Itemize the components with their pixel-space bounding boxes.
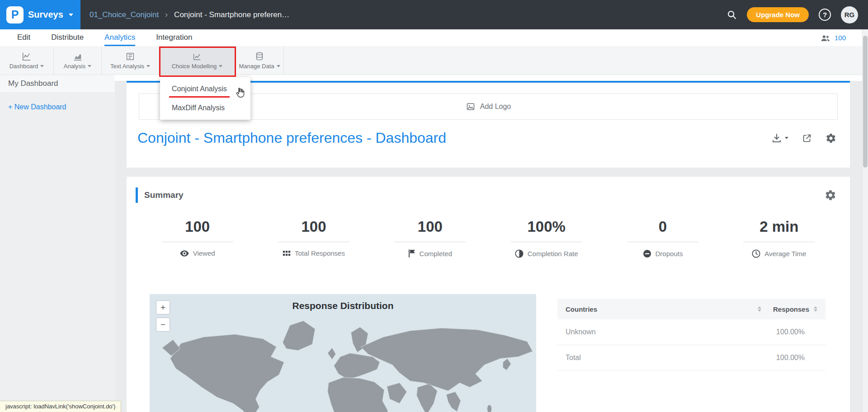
summary-stats: 100 Viewed 100 Total R: [127, 218, 850, 258]
map-title: Response Distribution: [150, 294, 536, 311]
respondent-count: 100: [835, 34, 846, 42]
stat-average-time: 2 min Average Time: [721, 218, 837, 258]
stat-label-text: Viewed: [193, 249, 215, 257]
divider: [162, 242, 233, 242]
nav-tab-analytics[interactable]: Analytics: [104, 29, 135, 46]
vertical-scrollbar[interactable]: [862, 29, 868, 412]
map-zoom-controls: + −: [156, 300, 170, 332]
stat-value: 100: [185, 218, 210, 235]
menu-item-label: MaxDiff Analysis: [172, 104, 225, 112]
toolbar-item-analysis[interactable]: Analysis: [54, 46, 102, 75]
chevron-down-icon: [785, 137, 788, 139]
breadcrumb-separator-icon: ›: [165, 10, 168, 19]
choice-modelling-icon: [192, 52, 203, 61]
stat-label-text: Total Responses: [295, 249, 345, 257]
section-nav: Edit Distribute Analytics Integration 10…: [0, 29, 862, 46]
database-icon: [254, 52, 265, 61]
nav-tab-integration[interactable]: Integration: [156, 29, 192, 46]
map-arabia: [387, 383, 407, 403]
column-header-responses[interactable]: Responses: [773, 305, 809, 313]
analysis-chart-icon: [72, 52, 83, 61]
app-screen: P Surveys 01_Choice_Conjoint › Conjoint …: [0, 0, 868, 412]
stat-completion-rate: 100% Completion Rate: [488, 218, 604, 258]
stat-label-text: Completed: [420, 250, 453, 258]
chevron-down-icon: [277, 65, 280, 67]
download-button[interactable]: [771, 133, 788, 144]
respondent-counter[interactable]: 100: [821, 29, 846, 46]
people-icon: [821, 34, 830, 42]
sidebar-item-my-dashboard[interactable]: My Dashboard: [0, 75, 115, 92]
sort-icon[interactable]: [758, 306, 761, 312]
topbar-actions: Upgrade Now ? RG: [726, 6, 868, 23]
responses-cell: 100.00%: [750, 328, 805, 336]
stat-value: 100: [301, 218, 326, 235]
divider: [743, 242, 815, 242]
nav-tab-edit[interactable]: Edit: [17, 29, 30, 46]
map-and-table-row: Response Distribution + −: [127, 294, 850, 412]
help-icon[interactable]: ?: [819, 9, 831, 21]
map-greenland: [283, 321, 315, 351]
gear-icon: [825, 189, 836, 201]
summary-settings-button[interactable]: [825, 189, 836, 201]
flag-icon: [408, 249, 415, 258]
toolbar-item-text-analysis[interactable]: Text Analysis: [102, 46, 159, 75]
toolbar-label: Analysis: [64, 63, 85, 70]
breadcrumb-parent-link[interactable]: 01_Choice_Conjoint: [90, 10, 159, 19]
stat-dropouts: 0 Dropouts: [604, 218, 721, 258]
stat-value: 0: [659, 218, 667, 235]
stat-total-responses: 100 Total Responses: [255, 218, 372, 258]
divider: [394, 242, 466, 242]
map-europe: [334, 353, 380, 379]
zoom-out-button[interactable]: −: [156, 318, 170, 332]
summary-card: Summary 100 Viewed 100: [127, 177, 850, 412]
zoom-in-button[interactable]: +: [156, 300, 170, 314]
map-north-america: [170, 334, 284, 412]
eye-icon: [180, 250, 189, 257]
column-header-countries[interactable]: Countries: [566, 305, 753, 313]
avatar[interactable]: RG: [841, 6, 858, 23]
chevron-down-icon: [69, 14, 73, 16]
title-row: Conjoint - Smartphone preferences - Dash…: [137, 130, 836, 146]
scrollbar-thumb[interactable]: [863, 36, 868, 168]
toolbar-label: Choice Modelling: [172, 63, 217, 70]
menu-item-label: Conjoint Analysis: [172, 85, 227, 93]
annotation-underline: [169, 96, 230, 98]
stat-viewed: 100 Viewed: [139, 218, 255, 258]
breadcrumb: 01_Choice_Conjoint › Conjoint - Smartpho…: [90, 10, 289, 19]
table-row: Total 100.00%: [557, 345, 826, 371]
stat-value: 100%: [527, 218, 565, 235]
toolbar-item-choice-modelling[interactable]: Choice Modelling: [159, 46, 236, 75]
stat-label-text: Completion Rate: [528, 250, 578, 258]
toolbar-label: Manage Data: [239, 63, 274, 70]
share-icon: [802, 133, 812, 143]
upgrade-now-button[interactable]: Upgrade Now: [747, 7, 809, 22]
stat-completed: 100 Completed: [372, 218, 488, 258]
search-icon[interactable]: [726, 9, 737, 20]
completion-icon: [515, 249, 524, 258]
chevron-down-icon: [88, 65, 91, 67]
divider: [511, 242, 582, 242]
toolbar-item-manage-data[interactable]: Manage Data: [236, 46, 284, 75]
response-distribution-panel: Response Distribution + −: [150, 294, 536, 412]
table-row: Unknown 100.00%: [557, 319, 826, 345]
choice-modelling-menu: Conjoint Analysis MaxDiff Analysis: [160, 77, 250, 120]
nav-tab-distribute[interactable]: Distribute: [51, 29, 84, 46]
settings-button[interactable]: [826, 133, 836, 144]
menu-item-maxdiff-analysis[interactable]: MaxDiff Analysis: [160, 98, 250, 117]
chevron-down-icon: [219, 65, 222, 67]
text-analysis-icon: [125, 52, 136, 61]
country-cell: Unknown: [566, 328, 750, 336]
world-map[interactable]: [150, 315, 536, 412]
map-uk: [328, 348, 336, 360]
add-logo-label: Add Logo: [480, 103, 511, 111]
new-dashboard-link[interactable]: + New Dashboard: [0, 103, 115, 111]
toolbar-item-dashboard[interactable]: Dashboard: [0, 46, 54, 75]
menu-item-conjoint-analysis[interactable]: Conjoint Analysis: [160, 80, 250, 98]
share-button[interactable]: [802, 133, 812, 143]
dashboard-sidebar: My Dashboard + New Dashboard: [0, 75, 115, 412]
map-africa: [328, 377, 388, 412]
divider: [278, 242, 349, 242]
product-switcher[interactable]: P Surveys: [0, 0, 80, 29]
sort-icon[interactable]: [814, 306, 817, 312]
product-name: Surveys: [28, 9, 63, 20]
